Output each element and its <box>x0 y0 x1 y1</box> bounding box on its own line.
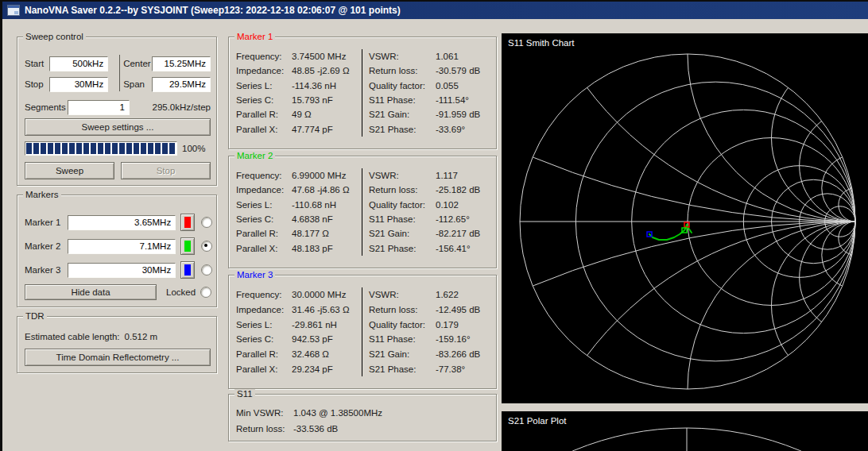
center-input[interactable] <box>152 56 211 71</box>
s11-return-loss-row: Return loss: -33.536 dB <box>236 421 496 437</box>
detail-row: Impedance:31.46 -j5.63 Ω <box>236 303 362 318</box>
markers-group: Markers Marker 1 Marker 2 Marker 3 <box>17 195 217 307</box>
marker3-color-button[interactable] <box>180 261 195 279</box>
detail-row: Parallel X:48.183 pF <box>236 241 362 256</box>
detail-row: Impedance:47.68 -j4.86 Ω <box>236 183 362 197</box>
segments-input[interactable] <box>68 100 130 115</box>
marker3-frequency-input[interactable] <box>68 263 176 278</box>
marker2-detail-group: Marker 2 Frequency:6.99000 MHzImpedance:… <box>228 156 497 268</box>
marker1-frequency-input[interactable] <box>68 215 176 230</box>
detail-value: -25.182 dB <box>436 185 480 195</box>
detail-row: Parallel R:48.177 Ω <box>236 226 362 241</box>
detail-row: Return loss:-12.495 dB <box>369 303 496 318</box>
detail-label: VSWR: <box>369 52 436 61</box>
app-window: NanoVNA Saver 0.2.2--by SYSJOINT (Sweep1… <box>0 0 868 451</box>
detail-row: Frequency:30.0000 MHz <box>236 287 362 303</box>
detail-row: S21 Phase:-77.38° <box>369 361 496 376</box>
detail-value: 3.74500 MHz <box>292 52 346 61</box>
sweep-settings-button[interactable]: Sweep settings ... <box>25 118 211 136</box>
detail-label: Parallel X: <box>236 364 292 374</box>
center-label: Center <box>123 59 152 68</box>
marker2-frequency-input[interactable] <box>68 239 176 254</box>
detail-row: Frequency:6.99000 MHz <box>236 168 362 183</box>
detail-value: 31.46 -j5.63 Ω <box>292 305 350 314</box>
marker2-detail-right-column: VSWR:1.117Return loss:-25.182 dBQuality … <box>362 168 496 256</box>
marker3-color-swatch <box>184 264 191 276</box>
marker1-color-button[interactable] <box>180 214 195 231</box>
detail-value: 0.055 <box>436 81 459 91</box>
s11-return-loss-value: -33.536 dB <box>293 424 338 434</box>
detail-label: Impedance: <box>236 185 292 195</box>
marker2-color-swatch <box>184 241 191 252</box>
detail-value: -159.16° <box>436 334 471 344</box>
title-bar[interactable]: NanoVNA Saver 0.2.2--by SYSJOINT (Sweep1… <box>2 2 868 19</box>
detail-value: -30.579 dB <box>436 66 480 75</box>
detail-value: -114.36 nH <box>292 81 336 91</box>
detail-label: Series C: <box>236 95 292 105</box>
detail-row: S21 Phase:-156.41° <box>369 241 496 256</box>
detail-row: S21 Phase:-33.69° <box>369 122 496 137</box>
detail-label: S21 Phase: <box>369 364 436 374</box>
locked-label: Locked <box>166 287 196 297</box>
detail-row: VSWR:1.061 <box>369 49 496 64</box>
detail-value: -91.959 dB <box>436 110 480 119</box>
detail-label: S11 Phase: <box>369 334 436 344</box>
hide-data-button[interactable]: Hide data <box>25 284 157 300</box>
detail-label: Series L: <box>236 81 292 91</box>
detail-value: 1.061 <box>436 52 459 61</box>
detail-row: S21 Gain:-91.959 dB <box>369 107 496 121</box>
detail-label: Parallel R: <box>236 349 292 359</box>
detail-value: 49 Ω <box>292 110 312 119</box>
detail-value: 942.53 pF <box>292 334 333 344</box>
detail-label: Parallel X: <box>236 125 292 134</box>
detail-value: -33.69° <box>436 125 465 134</box>
detail-label: VSWR: <box>369 290 436 299</box>
detail-label: Quality factor: <box>369 320 436 330</box>
detail-value: 48.177 Ω <box>292 229 329 238</box>
detail-row: VSWR:1.622 <box>369 287 496 303</box>
detail-row: Quality factor:0.055 <box>369 79 496 93</box>
app-icon[interactable] <box>7 5 20 16</box>
detail-label: Return loss: <box>369 66 436 75</box>
markers-group-title: Markers <box>23 190 61 199</box>
sweep-button[interactable]: Sweep <box>25 162 114 179</box>
marker3-select-radio[interactable] <box>201 264 212 276</box>
marker3-detail-right-column: VSWR:1.622Return loss:-12.495 dBQuality … <box>362 287 496 376</box>
min-vswr-value: 1.043 @ 1.38500MHz <box>293 408 382 418</box>
start-label: Start <box>25 59 49 68</box>
tdr-group-title: TDR <box>23 311 47 321</box>
marker1-detail-left-column: Frequency:3.74500 MHzImpedance:48.85 -j2… <box>236 49 362 137</box>
tdr-button[interactable]: Time Domain Reflectometry ... <box>25 349 211 366</box>
s11-smith-chart[interactable]: S11 Smith Chart <box>502 33 868 403</box>
s21-polar-plot[interactable]: S21 Polar Plot <box>502 411 868 451</box>
marker2-select-radio[interactable] <box>201 241 212 252</box>
detail-row: Parallel X:29.234 pF <box>236 361 362 376</box>
smith-chart-canvas[interactable] <box>502 33 868 403</box>
sweep-progress-fill <box>26 143 176 154</box>
detail-label: Parallel R: <box>236 229 292 238</box>
detail-label: Series L: <box>236 320 292 330</box>
marker3-detail-group: Marker 3 Frequency:30.0000 MHzImpedance:… <box>228 275 497 389</box>
stop-label: Stop <box>25 79 49 89</box>
detail-row: Quality factor:0.179 <box>369 317 496 332</box>
sweep-control-group: Sweep control Start Center Stop Span Seg… <box>17 37 217 186</box>
stop-button[interactable]: Stop <box>121 162 211 179</box>
detail-value: -12.495 dB <box>436 305 480 314</box>
detail-row: Series L:-29.861 nH <box>236 317 362 332</box>
span-input[interactable] <box>152 77 211 92</box>
detail-row: Frequency:3.74500 MHz <box>236 49 362 64</box>
locked-checkbox[interactable] <box>200 287 211 298</box>
detail-value: 30.0000 MHz <box>292 290 346 299</box>
marker2-color-button[interactable] <box>180 237 195 255</box>
marker1-select-radio[interactable] <box>201 217 212 228</box>
detail-row: Series C:4.6838 nF <box>236 212 362 226</box>
detail-value: 29.234 pF <box>292 364 333 374</box>
detail-value: 47.774 pF <box>292 125 333 134</box>
start-input[interactable] <box>49 56 108 71</box>
detail-label: S21 Gain: <box>369 110 436 119</box>
detail-label: Series C: <box>236 334 292 344</box>
s11-return-loss-label: Return loss: <box>236 424 293 434</box>
smith-chart-title: S11 Smith Chart <box>508 38 575 48</box>
detail-row: Series C:15.793 nF <box>236 93 362 107</box>
stop-input[interactable] <box>49 77 108 92</box>
